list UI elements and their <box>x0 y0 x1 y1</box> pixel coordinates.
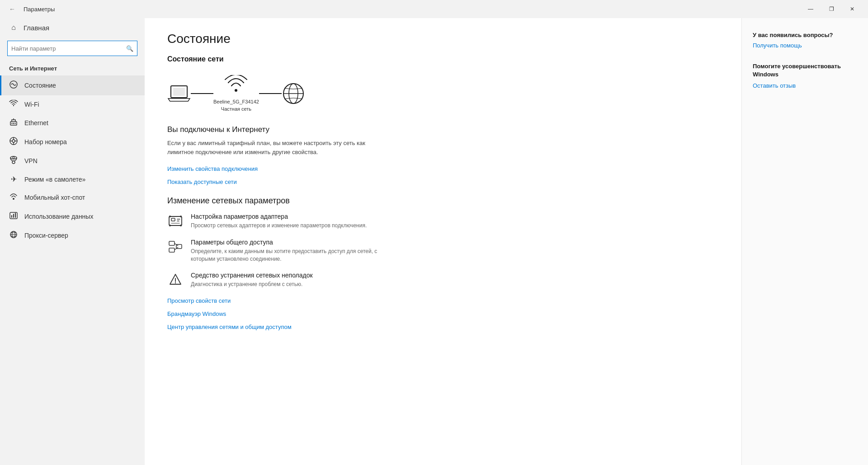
page-title: Состояние <box>167 32 719 46</box>
title-bar: ← Параметры — ❐ ✕ <box>0 0 868 18</box>
svg-rect-4 <box>13 123 14 124</box>
svg-point-27 <box>235 89 237 92</box>
proxy-icon <box>9 230 18 240</box>
sidebar-item-proxy[interactable]: Прокси-сервер <box>0 226 145 245</box>
search-input[interactable] <box>11 45 126 52</box>
svg-point-38 <box>180 216 182 217</box>
network-type: Частная сеть <box>221 106 251 112</box>
network-name: Beeline_5G_F34142 <box>213 99 259 104</box>
sidebar-section-title: Сеть и Интернет <box>0 63 145 75</box>
link-view-props[interactable]: Просмотр свойств сети <box>167 297 719 304</box>
svg-rect-32 <box>171 218 175 221</box>
proxy-label: Прокси-сервер <box>24 232 68 239</box>
troubleshoot-desc: Диагностика и устранение проблем с сетью… <box>191 281 313 288</box>
adapter-text: Настройка параметров адаптера Просмотр с… <box>191 213 367 230</box>
dialup-label: Набор номера <box>24 138 67 146</box>
sidebar-item-datausage[interactable]: Использование данных <box>0 207 145 226</box>
home-icon: ⌂ <box>9 23 18 32</box>
net-line-2 <box>259 93 282 94</box>
sidebar-item-ethernet[interactable]: Ethernet <box>0 113 145 132</box>
back-button[interactable]: ← <box>5 2 19 16</box>
globe-icon <box>282 82 305 105</box>
sharing-title: Параметры общего доступа <box>191 239 381 246</box>
window-title: Параметры <box>24 6 55 13</box>
adapter-title: Настройка параметров адаптера <box>191 213 367 220</box>
network-status-title: Состояние сети <box>167 55 719 63</box>
back-icon: ← <box>9 5 15 13</box>
connected-text: Вы подключены к Интернету <box>167 125 719 134</box>
settings-item-troubleshoot[interactable]: Средство устранения сетевых неполадок Ди… <box>167 272 719 288</box>
help-link[interactable]: Получить помощь <box>753 42 857 49</box>
sidebar-item-vpn[interactable]: VPN <box>0 151 145 170</box>
svg-point-46 <box>175 282 176 283</box>
link-network-center[interactable]: Центр управления сетями и общим доступом <box>167 324 719 330</box>
svg-point-7 <box>12 140 15 142</box>
sidebar-item-home[interactable]: ⌂ Главная <box>0 18 145 37</box>
wifi-icon <box>9 100 18 109</box>
improve-title: Помогите усовершенствовать Windows <box>753 62 857 79</box>
minimize-button[interactable]: — <box>800 2 821 16</box>
questions-title: У вас появились вопросы? <box>753 32 857 38</box>
airplane-icon: ✈ <box>9 175 18 183</box>
sidebar-item-dialup[interactable]: Набор номера <box>0 132 145 151</box>
sidebar-item-airplane[interactable]: ✈ Режим «в самолете» <box>0 170 145 188</box>
network-diagram: Beeline_5G_F34142 Частная сеть <box>167 70 719 116</box>
dialup-icon <box>9 137 18 147</box>
home-label: Главная <box>24 24 49 32</box>
wifi-label: Wi-Fi <box>24 101 39 108</box>
title-bar-left: ← Параметры <box>5 2 55 16</box>
hotspot-label: Мобильный хот-спот <box>24 194 85 201</box>
sidebar: ⌂ Главная 🔍 Сеть и Интернет Состояние <box>0 18 145 465</box>
search-icon: 🔍 <box>126 45 133 52</box>
connected-desc: Если у вас лимитный тарифный план, вы мо… <box>167 139 393 156</box>
status-icon <box>9 80 18 91</box>
hotspot-icon <box>9 193 18 202</box>
status-label: Состояние <box>24 82 56 89</box>
change-section-title: Изменение сетевых параметров <box>167 196 719 206</box>
improve-section: Помогите усовершенствовать Windows Остав… <box>753 62 857 89</box>
main-content: Состояние Состояние сети <box>145 18 741 465</box>
sidebar-item-wifi[interactable]: Wi-Fi <box>0 95 145 113</box>
ethernet-label: Ethernet <box>24 119 48 127</box>
vpn-label: VPN <box>24 157 38 164</box>
troubleshoot-title: Средство устранения сетевых неполадок <box>191 272 313 279</box>
feedback-link[interactable]: Оставить отзыв <box>753 82 857 89</box>
window-controls: — ❐ ✕ <box>800 2 863 16</box>
sidebar-item-hotspot[interactable]: Мобильный хот-спот <box>0 188 145 207</box>
svg-point-15 <box>13 198 14 200</box>
close-button[interactable]: ✕ <box>842 2 863 16</box>
sidebar-item-status[interactable]: Состояние <box>0 75 145 95</box>
svg-point-36 <box>169 216 171 217</box>
link-firewall[interactable]: Брандмауэр Windows <box>167 310 719 317</box>
settings-item-adapter[interactable]: Настройка параметров адаптера Просмотр с… <box>167 213 719 230</box>
link-show-networks[interactable]: Показать доступные сети <box>167 178 719 185</box>
svg-rect-3 <box>12 123 13 124</box>
sharing-text: Параметры общего доступа Определите, к к… <box>191 239 381 263</box>
adapter-desc: Просмотр сетевых адаптеров и изменение п… <box>191 222 367 230</box>
datausage-icon <box>9 211 18 221</box>
right-panel: У вас появились вопросы? Получить помощь… <box>741 18 868 465</box>
svg-rect-5 <box>15 123 16 124</box>
search-box: 🔍 <box>7 41 137 56</box>
svg-point-39 <box>180 225 182 226</box>
sharing-icon <box>167 239 184 255</box>
svg-rect-41 <box>169 248 175 252</box>
wifi-network-node: Beeline_5G_F34142 Частная сеть <box>213 75 259 112</box>
ethernet-icon <box>9 118 18 128</box>
svg-rect-31 <box>169 216 182 225</box>
svg-point-12 <box>10 156 17 159</box>
svg-point-13 <box>12 157 15 159</box>
svg-rect-26 <box>173 88 185 96</box>
help-section: У вас появились вопросы? Получить помощь <box>753 32 857 49</box>
link-change-props[interactable]: Изменить свойства подключения <box>167 165 719 172</box>
settings-item-sharing[interactable]: Параметры общего доступа Определите, к к… <box>167 239 719 263</box>
airplane-label: Режим «в самолете» <box>24 176 85 183</box>
sharing-desc: Определите, к каким данным вы хотите пре… <box>191 248 381 263</box>
app-body: ⌂ Главная 🔍 Сеть и Интернет Состояние <box>0 18 868 465</box>
troubleshoot-icon <box>167 272 184 288</box>
restore-button[interactable]: ❐ <box>821 2 842 16</box>
datausage-label: Использование данных <box>24 213 93 220</box>
svg-rect-40 <box>169 241 175 245</box>
net-line-1 <box>191 93 213 94</box>
laptop-icon <box>167 84 191 103</box>
